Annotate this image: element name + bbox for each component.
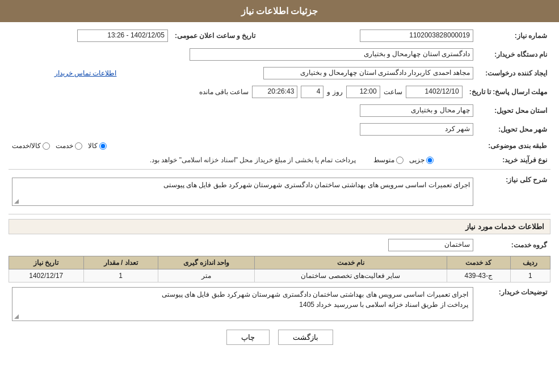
radio-kala-input[interactable]: [99, 142, 107, 150]
back-button[interactable]: بازگشت: [278, 330, 333, 345]
delivery-city-value: شهر کرد: [360, 123, 473, 136]
radio-jozyi-label: جزیی: [409, 156, 424, 164]
buyer-notes-label: توضیحات خریدار:: [477, 285, 550, 323]
contact-link[interactable]: اطلاعات تماس خریدار: [54, 69, 117, 77]
radio-kala[interactable]: کالا: [88, 142, 107, 150]
deadline-time-label: ساعت: [384, 88, 402, 96]
cell-unit: متر: [158, 269, 254, 283]
announce-datetime-label: تاریخ و ساعت اعلان عمومی:: [171, 28, 259, 44]
page-header: جزئیات اطلاعات نیاز: [0, 0, 559, 22]
buyer-org-value: دادگستری استان چهارمحال و بختیاری: [190, 48, 473, 61]
creator-value: مجاهد احمدی کاربردار دادگستری استان چهار…: [263, 67, 473, 79]
print-button[interactable]: چاپ: [226, 330, 270, 345]
purchase-type-label: نوع فرآیند خرید:: [477, 154, 550, 166]
creator-label: ایجاد کننده درخواست:: [477, 65, 550, 81]
delivery-province-label: استان محل تحویل:: [477, 103, 550, 119]
service-group-value: ساختمان: [388, 239, 473, 251]
page-title: جزئیات اطلاعات نیاز: [241, 6, 318, 16]
radio-kala-khadamat-input[interactable]: [43, 142, 50, 150]
col-code: کد خدمت: [447, 256, 510, 269]
radio-jozyi-input[interactable]: [426, 157, 434, 164]
remaining-time: 20:26:43: [252, 86, 297, 98]
description-value: اجرای تعمیرات اساسی سرویس های بهداشتی سا…: [12, 178, 473, 206]
table-row: 1 ج-43-439 سایر فعالیت‌های تخصصی ساختمان…: [9, 269, 550, 283]
deadline-days: 4: [301, 86, 323, 98]
buyer-notes: اجرای تعمیرات اساسی سرویس های بهداشتی سا…: [12, 287, 473, 321]
services-table: ردیف کد خدمت نام خدمت واحد اندازه گیری ت…: [9, 256, 550, 283]
radio-khadamat-label: خدمت: [56, 142, 73, 150]
col-unit: واحد اندازه گیری: [158, 256, 254, 269]
radio-khadamat-input[interactable]: [75, 142, 82, 150]
category-radio-group: کالا/خدمت خدمت کالا: [12, 142, 473, 150]
service-group-label: گروه خدمت:: [477, 237, 550, 253]
announce-datetime-value: 1402/12/05 - 13:26: [77, 29, 168, 42]
cell-code: ج-43-439: [447, 269, 510, 283]
col-name: نام خدمت: [255, 256, 447, 269]
buyer-org-label: نام دستگاه خریدار:: [477, 47, 550, 62]
services-section-title: اطلاعات خدمات مورد نیاز: [9, 219, 550, 234]
deadline-day-label: روز و: [327, 88, 342, 96]
radio-kala-khadamat[interactable]: کالا/خدمت: [12, 142, 50, 150]
purchase-type-radio-group: متوسط جزیی: [373, 156, 473, 164]
buyer-notes-line1: اجرای تعمیرات اساسی سرویس های بهداشتی سا…: [17, 290, 468, 298]
radio-mottavasset[interactable]: متوسط: [373, 156, 404, 164]
category-label: طبقه بندی موضوعی:: [477, 140, 550, 151]
need-number-label: شماره نیاز:: [477, 28, 550, 44]
cell-date: 1402/12/17: [9, 269, 84, 283]
delivery-city-label: شهر محل تحویل:: [477, 121, 550, 137]
radio-khadamat[interactable]: خدمت: [56, 142, 82, 150]
buyer-notes-line2: پرداخت از طریق اسناد خزانه اسلامی با سرر…: [17, 301, 468, 309]
col-qty: تعداد / مقدار: [83, 256, 158, 269]
description-label: شرح کلی نیاز:: [477, 173, 550, 210]
delivery-province-value: چهار محال و بختیاری: [360, 104, 473, 117]
col-date: تاریخ نیاز: [9, 256, 84, 269]
deadline-label: مهلت ارسال پاسخ: تا تاریخ:: [466, 84, 550, 100]
cell-row: 1: [510, 269, 550, 283]
deadline-time: 12:00: [346, 86, 380, 98]
remaining-label: ساعت باقی مانده: [199, 88, 249, 96]
need-number-value: 1102003828000019: [360, 29, 473, 42]
purchase-notice: پرداخت تمام یا بخشی از مبلغ خریداز محل "…: [147, 155, 359, 165]
radio-jozyi[interactable]: جزیی: [409, 156, 434, 164]
radio-kala-label: کالا: [88, 142, 98, 150]
cell-qty: 1: [83, 269, 158, 283]
radio-kala-khadamat-label: کالا/خدمت: [12, 142, 41, 150]
col-row: ردیف: [510, 256, 550, 269]
radio-mottavasset-input[interactable]: [396, 157, 404, 164]
button-row: بازگشت چاپ: [9, 330, 550, 345]
deadline-date: 1402/12/10: [406, 86, 463, 98]
cell-name: سایر فعالیت‌های تخصصی ساختمان: [255, 269, 447, 283]
radio-mottavasset-label: متوسط: [373, 156, 394, 164]
